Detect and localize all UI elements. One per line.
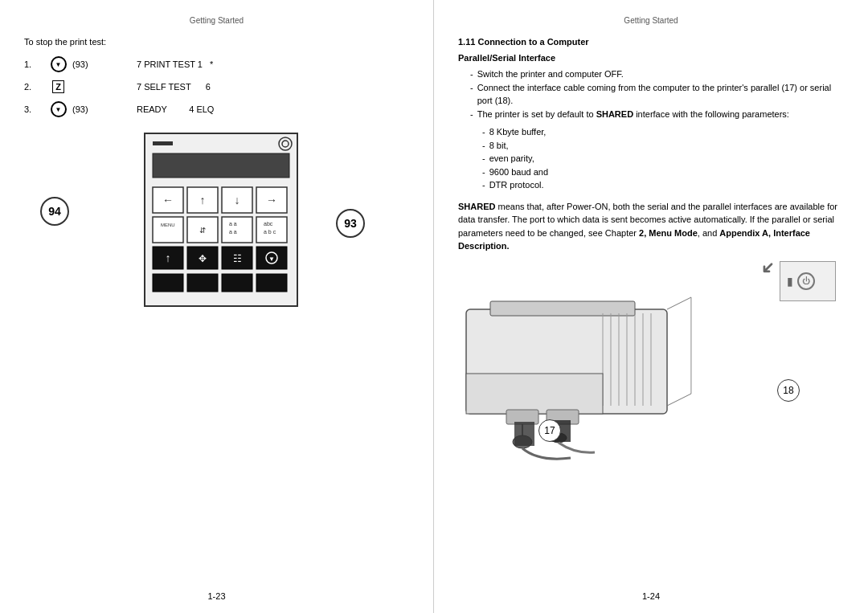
bullet-item-3: - The printer is set by default to SHARE… — [470, 108, 844, 121]
bullet-dash-2: - — [470, 81, 473, 108]
sub-bullet-5: - DTR protocol. — [482, 178, 844, 192]
step-code-2: 7 SELF TEST 6 — [104, 82, 409, 92]
power-button-icon: ⏻ — [797, 272, 815, 290]
sub-bullet-1: - 8 Kbyte buffer, — [482, 125, 844, 139]
sub-dash-2: - — [482, 139, 485, 153]
right-footer: 1-24 — [434, 591, 868, 601]
callout-18-text: 18 — [783, 385, 793, 396]
svg-text:▼: ▼ — [268, 255, 275, 263]
step-row-3: 3. (93) READY 4 ELQ — [24, 101, 409, 117]
left-footer-text: 1-23 — [207, 591, 225, 601]
svg-text:a a: a a — [229, 229, 237, 235]
step-code-1: 7 PRINT TEST 1 * — [104, 59, 409, 69]
svg-text:↓: ↓ — [234, 194, 240, 206]
step-row-2: 2. Z 7 SELF TEST 6 — [24, 80, 409, 93]
sub-bullet-list: - 8 Kbyte buffer, - 8 bit, - even parity… — [482, 125, 844, 192]
sub-bullet-3: - even parity, — [482, 152, 844, 166]
left-footer: 1-23 — [0, 591, 433, 601]
svg-rect-32 — [153, 274, 183, 292]
printer-panel-svg: ← ↑ ↓ → MENU ⇵ a a a a abc a b c — [137, 129, 321, 314]
bullet-list-main: - Switch the printer and computer OFF. -… — [470, 67, 844, 121]
arrow-indicator: ➜ — [755, 255, 780, 280]
sub-text-5: DTR protocol. — [489, 178, 544, 192]
usb-bar-icon: ▮ — [787, 275, 793, 288]
left-page: Getting Started To stop the print test: … — [0, 0, 434, 613]
sub-bullet-2: - 8 bit, — [482, 139, 844, 153]
right-header: Getting Started — [458, 16, 844, 25]
right-page: Getting Started 1.11 Connection to a Com… — [434, 0, 868, 613]
bullet-text-3: The printer is set by default to SHARED … — [477, 108, 789, 121]
step-row-1: 1. (93) 7 PRINT TEST 1 * — [24, 56, 409, 72]
left-header-text: Getting Started — [190, 16, 244, 25]
bullet-dash-3: - — [470, 108, 473, 121]
section-title: 1.11 Connection to a Computer — [458, 37, 844, 47]
svg-line-52 — [667, 297, 691, 309]
callout-17: 17 — [538, 419, 561, 442]
svg-text:a b c: a b c — [264, 229, 276, 235]
svg-rect-17 — [222, 217, 252, 243]
step-paren-1: (93) — [72, 59, 104, 69]
svg-rect-34 — [222, 274, 252, 292]
steps-table: 1. (93) 7 PRINT TEST 1 * 2. Z 7 SELF TES… — [24, 56, 409, 117]
sub-text-4: 9600 baud and — [489, 166, 548, 179]
svg-text:abc: abc — [264, 221, 273, 227]
svg-rect-1 — [153, 141, 173, 145]
line-indicator — [46, 513, 47, 515]
sub-dash-5: - — [482, 178, 485, 192]
step-num-1: 1. — [24, 59, 44, 69]
svg-rect-55 — [691, 297, 692, 394]
right-header-text: Getting Started — [624, 16, 678, 25]
svg-text:MENU: MENU — [161, 223, 175, 227]
svg-text:↑: ↑ — [199, 194, 205, 206]
step-icon-2: Z — [44, 80, 72, 93]
svg-marker-56 — [514, 422, 534, 446]
step-icon-1 — [44, 56, 72, 72]
svg-rect-13 — [153, 217, 183, 243]
sub-dash-1: - — [482, 125, 485, 139]
sub-text-2: 8 bit, — [489, 139, 509, 153]
step-paren-3: (93) — [72, 104, 104, 114]
stop-print-label: To stop the print test: — [24, 37, 409, 47]
svg-text:☷: ☷ — [232, 253, 241, 264]
callout-94: 94 — [40, 197, 69, 226]
bullet-item-2: - Connect the interface cable coming fro… — [470, 81, 844, 108]
svg-line-53 — [667, 394, 691, 406]
callout-18: 18 — [777, 379, 800, 402]
left-header: Getting Started — [24, 16, 409, 25]
right-footer-text: 1-24 — [642, 591, 660, 601]
sub-dash-3: - — [482, 152, 485, 166]
sub-text-1: 8 Kbyte buffer, — [489, 125, 547, 139]
svg-text:a a: a a — [229, 221, 237, 227]
svg-text:⇵: ⇵ — [199, 226, 206, 235]
shared-paragraph: SHARED means that, after Power-ON, both … — [458, 200, 844, 253]
sub-bullet-4: - 9600 baud and — [482, 166, 844, 179]
svg-rect-37 — [490, 301, 635, 316]
svg-rect-4 — [153, 153, 289, 178]
circle-down-icon — [51, 56, 67, 72]
step-num-2: 2. — [24, 82, 44, 92]
svg-text:↑: ↑ — [165, 251, 170, 264]
svg-rect-35 — [256, 274, 287, 292]
subsection-title: Parallel/Serial Interface — [458, 53, 844, 63]
svg-text:→: → — [266, 194, 277, 206]
step-num-3: 3. — [24, 104, 44, 114]
svg-text:←: ← — [162, 194, 174, 206]
printer-panel-container: 94 ← ↑ ↓ → — [24, 129, 409, 314]
callout-17-text: 17 — [544, 425, 555, 436]
power-area: ▮ ⏻ ➜ — [780, 261, 836, 301]
sub-dash-4: - — [482, 166, 485, 179]
bullet-text-2: Connect the interface cable coming from … — [477, 81, 844, 108]
svg-text:✥: ✥ — [199, 253, 207, 264]
printer-right-container: ▮ ⏻ ➜ — [458, 261, 844, 462]
circle-down-icon-2 — [51, 101, 67, 117]
svg-rect-45 — [466, 374, 603, 414]
svg-rect-33 — [187, 274, 218, 292]
bullet-item-1: - Switch the printer and computer OFF. — [470, 67, 844, 81]
bullet-text-1: Switch the printer and computer OFF. — [477, 67, 624, 81]
bullet-dash-1: - — [470, 67, 473, 81]
step-icon-3 — [44, 101, 72, 117]
bracket-z-icon: Z — [52, 80, 64, 93]
callout-93: 93 — [336, 209, 365, 238]
printer-body-svg — [442, 293, 723, 462]
sub-text-3: even parity, — [489, 152, 534, 166]
